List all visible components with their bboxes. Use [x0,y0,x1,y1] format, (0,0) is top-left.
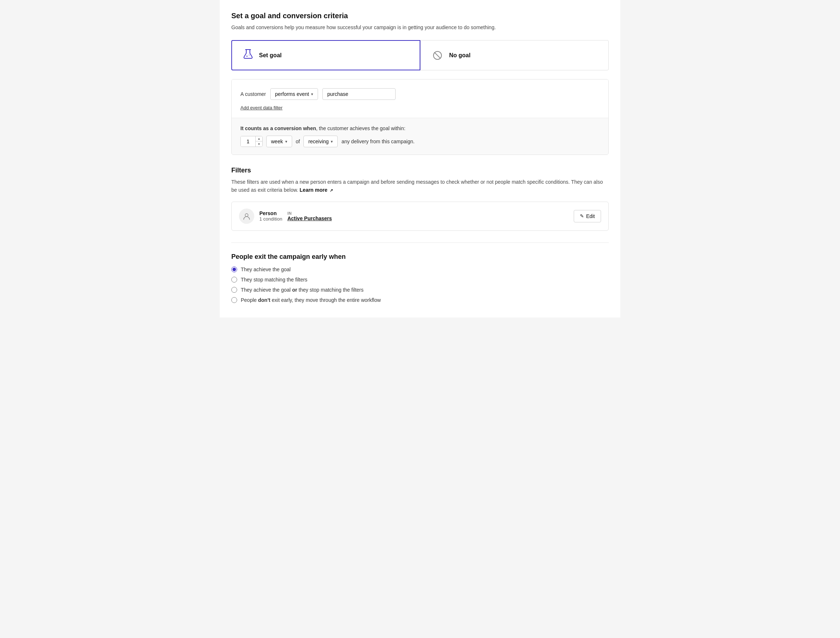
edit-label: Edit [586,213,595,219]
spinner-buttons: ▲ ▼ [255,136,262,147]
svg-line-3 [434,52,441,59]
page-container: Set a goal and conversion criteria Goals… [219,0,621,318]
pencil-icon: ✎ [580,213,584,219]
conversion-row: It counts as a conversion when, the cust… [240,125,600,131]
filter-condition: 1 condition [259,216,282,222]
goal-settings-card: A customer performs event ▾ Add event da… [231,79,609,155]
conversion-label: It counts as a conversion when, the cust… [240,125,406,131]
no-goal-option[interactable]: No goal [420,40,609,70]
filters-desc-text: These filters are used when a new person… [231,179,603,193]
chevron-down-icon: ▾ [311,92,313,97]
learn-more-link[interactable]: Learn more ↗ [300,187,333,193]
svg-point-1 [249,55,249,55]
event-row: A customer performs event ▾ [240,88,600,100]
goal-selector-row: Set goal No goal [231,40,609,70]
exit-option-achieve-or-stop[interactable]: They achieve the goal or they stop match… [231,287,609,293]
conversion-settings-row: ▲ ▼ week ▾ of receiving ▾ any delivery f… [240,136,600,147]
of-label: of [296,139,300,144]
filter-info: Person 1 condition [259,211,282,222]
set-goal-label: Set goal [259,52,281,59]
exit-section: People exit the campaign early when They… [231,242,609,303]
receiving-dropdown-value: receiving [308,139,328,144]
filter-segment-area: IN Active Purchasers [287,211,332,221]
delivery-label: any delivery from this campaign. [341,139,415,144]
exit-label-achieve-goal: They achieve the goal [241,266,291,272]
spinner-up-button[interactable]: ▲ [256,136,262,141]
filter-in-label: IN [287,211,329,215]
exit-label-stop-matching: They stop matching the filters [241,277,308,283]
conversion-label-strong: It counts as a conversion when [240,125,316,131]
receiving-chevron-icon: ▾ [331,139,333,144]
svg-point-4 [245,214,248,217]
exit-radio-achieve-or-stop[interactable] [231,287,237,293]
event-dropdown-value: performs event [275,91,309,97]
page-description: Goals and conversions help you measure h… [231,24,609,32]
person-icon [239,209,254,224]
goal-settings-bottom: It counts as a conversion when, the cust… [232,118,608,155]
week-dropdown[interactable]: week ▾ [266,136,292,147]
exit-radio-dont-exit[interactable] [231,297,237,303]
exit-option-achieve-goal[interactable]: They achieve the goal [231,266,609,272]
event-dropdown[interactable]: performs event ▾ [270,88,318,100]
goal-settings-top: A customer performs event ▾ Add event da… [232,79,608,118]
week-dropdown-value: week [271,139,283,144]
exit-radio-achieve-goal[interactable] [231,266,237,272]
set-goal-option[interactable]: Set goal [231,40,420,70]
external-link-icon: ↗ [330,188,333,193]
exit-label-achieve-or-stop: They achieve the goal or they stop match… [241,287,363,293]
filter-type: Person [259,211,282,216]
number-input-wrapper: ▲ ▼ [240,136,263,147]
edit-button[interactable]: ✎ Edit [574,210,601,222]
ban-icon [431,49,444,62]
exit-option-dont-exit[interactable]: People don't exit early, they move throu… [231,297,609,303]
filters-title: Filters [231,166,609,174]
event-input[interactable] [322,88,396,100]
exit-option-stop-matching[interactable]: They stop matching the filters [231,277,609,283]
week-chevron-icon: ▾ [285,139,287,144]
svg-point-0 [246,56,248,57]
add-event-filter-link[interactable]: Add event data filter [240,105,283,111]
filter-segment-name[interactable]: Active Purchasers [287,215,332,221]
filter-card-left: Person 1 condition IN Active Purchasers [239,209,574,224]
filter-card: Person 1 condition IN Active Purchasers … [231,202,609,231]
spinner-down-button[interactable]: ▼ [256,141,262,147]
exit-label-dont-exit: People don't exit early, they move throu… [241,297,381,303]
filters-description: These filters are used when a new person… [231,178,609,194]
number-input[interactable] [241,136,255,147]
page-title: Set a goal and conversion criteria [231,12,609,20]
receiving-dropdown[interactable]: receiving ▾ [303,136,338,147]
radio-group: They achieve the goal They stop matching… [231,266,609,303]
no-goal-label: No goal [449,52,471,59]
exit-radio-stop-matching[interactable] [231,277,237,283]
filters-section: Filters These filters are used when a ne… [231,166,609,231]
customer-label: A customer [240,91,266,97]
exit-title: People exit the campaign early when [231,253,609,261]
flask-icon [242,48,254,62]
